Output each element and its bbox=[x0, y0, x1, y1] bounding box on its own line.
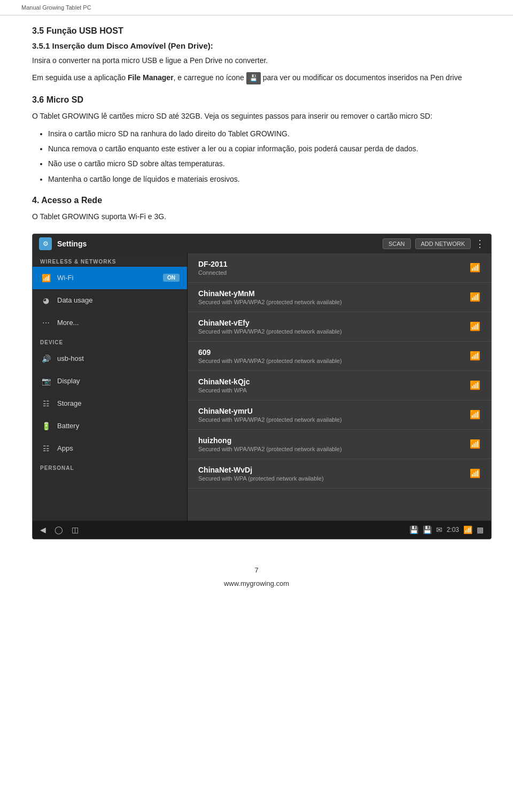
wifi-signal-icon: 📶 bbox=[470, 439, 480, 449]
network-item[interactable]: ChinaNet-vEfy Secured with WPA/WPA2 (pro… bbox=[188, 312, 491, 342]
network-status: Secured with WPA/WPA2 (protected network… bbox=[198, 299, 342, 305]
network-status: Secured with WPA bbox=[198, 387, 250, 393]
sidebar-item-wifi[interactable]: 📶 Wi-Fi ON bbox=[33, 267, 187, 289]
data-usage-icon: ◕ bbox=[40, 295, 52, 306]
scan-button[interactable]: SCAN bbox=[383, 238, 411, 249]
network-info: DF-2011 Connected bbox=[198, 260, 227, 276]
apps-icon: ☷ bbox=[40, 443, 52, 454]
sidebar-item-apps[interactable]: ☷ Apps bbox=[33, 437, 187, 460]
page-number: 7 bbox=[0, 566, 513, 574]
network-intro: O Tablet GROWING suporta Wi-Fi e 3G. bbox=[32, 211, 481, 222]
usb-status-icon: 💾 bbox=[409, 525, 418, 534]
network-item[interactable]: ChinaNet-yMnM Secured with WPA/WPA2 (pro… bbox=[188, 283, 491, 312]
network-status: Secured with WPA/WPA2 (protected network… bbox=[198, 446, 342, 452]
network-item[interactable]: ChinaNet-kQjc Secured with WPA 📶 bbox=[188, 371, 491, 400]
network-name: huizhong bbox=[198, 436, 342, 445]
network-item[interactable]: huizhong Secured with WPA/WPA2 (protecte… bbox=[188, 430, 491, 459]
sound-icon: 🔊 bbox=[40, 353, 52, 365]
network-item-row: ChinaNet-vEfy Secured with WPA/WPA2 (pro… bbox=[198, 319, 480, 335]
wifi-signal-icon: 📶 bbox=[470, 321, 480, 331]
wifi-signal-icon: 📶 bbox=[470, 262, 480, 273]
network-status: Secured with WPA/WPA2 (protected network… bbox=[198, 328, 342, 335]
usb-icon: 💾 bbox=[246, 72, 261, 84]
sidebar-item-more[interactable]: ⋯ More... bbox=[33, 312, 187, 334]
statusbar-status: 💾 💾 ✉ 2:03 📶 ▩ bbox=[409, 525, 484, 534]
wifi-signal-icon: 📶 bbox=[470, 380, 480, 390]
network-status: Secured with WPA/WPA2 (protected network… bbox=[198, 416, 342, 423]
content-area: 3.5 Função USB HOST 3.5.1 Inserção dum D… bbox=[0, 16, 513, 561]
list-item: Nunca remova o cartão enquanto este esti… bbox=[48, 143, 481, 154]
network-info: 609 Secured with WPA/WPA2 (protected net… bbox=[198, 348, 342, 364]
wifi-status-icon: 📶 bbox=[463, 525, 472, 534]
network-status: Secured with WPA/WPA2 (protected network… bbox=[198, 358, 342, 364]
android-body: WIRELESS & NETWORKS 📶 Wi-Fi ON ◕ Data us… bbox=[33, 253, 491, 521]
android-screenshot: ⚙ Settings SCAN ADD NETWORK ⋮ WIRELESS &… bbox=[32, 234, 492, 539]
network-item-row: huizhong Secured with WPA/WPA2 (protecte… bbox=[198, 436, 480, 452]
network-info: ChinaNet-kQjc Secured with WPA bbox=[198, 377, 250, 393]
mail-icon: ✉ bbox=[436, 525, 442, 534]
network-info: ChinaNet-yMnM Secured with WPA/WPA2 (pro… bbox=[198, 289, 342, 305]
wifi-signal-icon: 📶 bbox=[470, 351, 480, 361]
sidebar-section-personal: PERSONAL bbox=[33, 460, 187, 473]
wifi-toggle[interactable]: ON bbox=[163, 274, 180, 282]
usb-host-intro: Insira o converter na porta micro USB e … bbox=[32, 55, 481, 66]
statusbar-nav: ◀ ◯ ◫ bbox=[40, 525, 79, 534]
android-statusbar: ◀ ◯ ◫ 💾 💾 ✉ 2:03 📶 ▩ bbox=[33, 521, 491, 539]
sidebar-item-label: Wi-Fi bbox=[57, 274, 73, 282]
settings-title: Settings bbox=[57, 239, 87, 248]
display-icon: 📷 bbox=[40, 375, 52, 387]
sidebar-item-data-usage[interactable]: ◕ Data usage bbox=[33, 289, 187, 312]
network-info: huizhong Secured with WPA/WPA2 (protecte… bbox=[198, 436, 342, 452]
network-name: ChinaNet-yMnM bbox=[198, 289, 342, 298]
network-name: ChinaNet-WvDj bbox=[198, 466, 324, 474]
page-header: Manual Growing Tablet PC bbox=[0, 0, 513, 16]
topbar-left: ⚙ Settings bbox=[39, 237, 87, 250]
recents-icon[interactable]: ◫ bbox=[72, 525, 79, 534]
menu-icon[interactable]: ⋮ bbox=[475, 238, 485, 250]
micro-sd-intro: O Tablet GROWING lê cartões micro SD até… bbox=[32, 110, 481, 122]
network-heading: 4. Acesso a Rede bbox=[32, 196, 481, 205]
sidebar-item-label: Data usage bbox=[57, 296, 93, 304]
network-item[interactable]: DF-2011 Connected 📶 bbox=[188, 253, 491, 283]
network-status: Secured with WPA (protected network avai… bbox=[198, 475, 324, 482]
android-topbar: ⚙ Settings SCAN ADD NETWORK ⋮ bbox=[33, 234, 491, 253]
network-info: ChinaNet-ymrU Secured with WPA/WPA2 (pro… bbox=[198, 407, 342, 423]
settings-logo-icon: ⚙ bbox=[39, 237, 52, 250]
sidebar-item-display[interactable]: 📷 Display bbox=[33, 370, 187, 392]
sidebar-item-battery[interactable]: 🔋 Battery bbox=[33, 415, 187, 437]
network-item[interactable]: ChinaNet-WvDj Secured with WPA (protecte… bbox=[188, 459, 491, 489]
sidebar-item-label: Storage bbox=[57, 399, 82, 407]
topbar-right: SCAN ADD NETWORK ⋮ bbox=[383, 238, 485, 250]
usb-host-subheading: 3.5.1 Inserção dum Disco Amovível (Pen D… bbox=[32, 41, 481, 50]
network-item-row: ChinaNet-WvDj Secured with WPA (protecte… bbox=[198, 466, 480, 482]
network-name: ChinaNet-ymrU bbox=[198, 407, 342, 415]
manual-title: Manual Growing Tablet PC bbox=[21, 4, 91, 11]
add-network-button[interactable]: ADD NETWORK bbox=[415, 238, 471, 249]
section-network: 4. Acesso a Rede O Tablet GROWING suport… bbox=[32, 196, 481, 222]
network-info: ChinaNet-WvDj Secured with WPA (protecte… bbox=[198, 466, 324, 482]
network-item[interactable]: 609 Secured with WPA/WPA2 (protected net… bbox=[188, 342, 491, 371]
status-time: 2:03 bbox=[447, 526, 459, 533]
sd-status-icon: 💾 bbox=[423, 525, 432, 534]
battery-icon: 🔋 bbox=[40, 420, 52, 432]
micro-sd-heading: 3.6 Micro SD bbox=[32, 95, 481, 105]
home-icon[interactable]: ◯ bbox=[55, 525, 63, 534]
network-item[interactable]: ChinaNet-ymrU Secured with WPA/WPA2 (pro… bbox=[188, 400, 491, 430]
sidebar-section-wireless: WIRELESS & NETWORKS bbox=[33, 253, 187, 267]
settings-sidebar: WIRELESS & NETWORKS 📶 Wi-Fi ON ◕ Data us… bbox=[33, 253, 188, 521]
signal-icon: ▩ bbox=[477, 525, 484, 534]
list-item: Não use o cartão micro SD sobre altas te… bbox=[48, 158, 481, 169]
network-info: ChinaNet-vEfy Secured with WPA/WPA2 (pro… bbox=[198, 319, 342, 335]
back-icon[interactable]: ◀ bbox=[40, 525, 46, 534]
sidebar-item-storage[interactable]: ☷ Storage bbox=[33, 392, 187, 415]
sidebar-item-sound[interactable]: 🔊 usb-host bbox=[33, 347, 187, 370]
network-status: Connected bbox=[198, 269, 227, 276]
sidebar-item-label: Apps bbox=[57, 444, 73, 452]
sidebar-item-label: Battery bbox=[57, 422, 79, 430]
wifi-signal-icon: 📶 bbox=[470, 409, 480, 420]
usb-host-heading: 3.5 Função USB HOST bbox=[32, 26, 481, 36]
wifi-icon: 📶 bbox=[40, 272, 52, 284]
website: www.mygrowing.com bbox=[0, 579, 513, 587]
section-usb-host: 3.5 Função USB HOST 3.5.1 Inserção dum D… bbox=[32, 26, 481, 84]
network-item-row: 609 Secured with WPA/WPA2 (protected net… bbox=[198, 348, 480, 364]
